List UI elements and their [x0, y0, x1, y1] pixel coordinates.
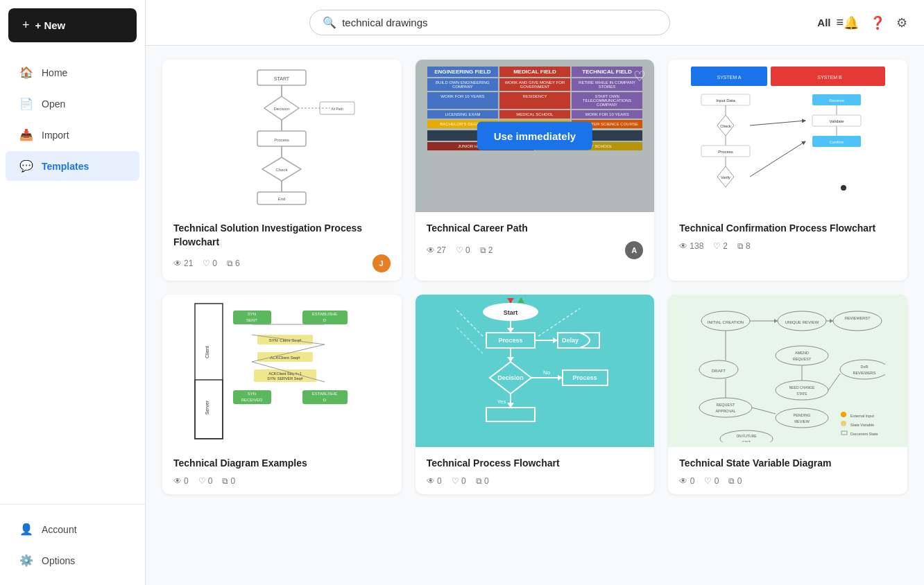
svg-text:REVIEW: REVIEW — [794, 419, 810, 424]
card-thumbnail: Start Process Delay — [416, 295, 655, 447]
svg-text:REQUEST: REQUEST — [716, 403, 735, 407]
svg-text:Input Data: Input Data — [716, 98, 735, 103]
svg-text:Verify: Verify — [721, 175, 730, 180]
svg-marker-85 — [558, 375, 563, 381]
card-thumbnail: ENGINEERING FIELD MEDICAL FIELD TECHNICA… — [416, 60, 655, 212]
svg-marker-90 — [507, 403, 514, 408]
plus-icon: + — [22, 18, 30, 33]
svg-point-121 — [776, 408, 828, 428]
svg-marker-109 — [830, 319, 833, 323]
sidebar-item-label: Open — [42, 98, 65, 110]
svg-text:REVIEWERS?: REVIEWERS? — [845, 316, 870, 320]
sidebar-item-templates[interactable]: 💬 Templates — [6, 151, 139, 181]
card-title: Technical Confirmation Process Flowchart — [679, 222, 896, 236]
filter-bar: All ≡ — [817, 15, 844, 30]
card-title: Technical Career Path — [427, 222, 644, 236]
grid-icon[interactable]: ⚙ — [896, 15, 907, 30]
views-stat: 👁 0 — [679, 476, 694, 486]
svg-rect-43 — [195, 304, 223, 439]
new-button-label: + New — [35, 19, 66, 31]
sidebar-item-home[interactable]: 🏠 Home — [6, 58, 139, 87]
career-rows: BUILD OWN ENGINEERING COMPANY WORK AND G… — [427, 78, 642, 128]
sidebar-item-import[interactable]: 📥 Import — [6, 120, 139, 150]
svg-text:REQUEST: REQUEST — [792, 357, 811, 361]
svg-point-118 — [699, 398, 752, 417]
svg-text:DRAFT: DRAFT — [712, 369, 726, 373]
svg-text:UNIQUE REVIEW: UNIQUE REVIEW — [785, 320, 819, 324]
sidebar-item-account[interactable]: 👤 Account — [6, 514, 139, 544]
sidebar-item-options[interactable]: ⚙️ Options — [6, 545, 139, 575]
main-content: 🔍 All ≡ 🔔 ❓ ⚙ START — [146, 0, 924, 585]
likes-stat: ♡ 0 — [456, 245, 470, 255]
search-input[interactable] — [342, 17, 657, 28]
svg-text:Alt Path: Alt Path — [332, 107, 344, 111]
document-icon: 📄 — [19, 97, 33, 110]
svg-text:SENT: SENT — [246, 318, 257, 322]
card-thumbnail: INITIAL CREATION UNIQUE REVIEW REVIEWERS… — [668, 295, 907, 447]
svg-text:SYN: SYN — [248, 312, 256, 316]
svg-point-115 — [776, 381, 828, 400]
new-button[interactable]: + + New — [8, 8, 137, 42]
svg-text:SYSTEM A: SYSTEM A — [717, 75, 741, 80]
notification-icon[interactable]: 🔔 — [844, 15, 859, 30]
search-bar[interactable]: 🔍 — [309, 10, 670, 35]
svg-point-110 — [776, 346, 828, 365]
card-confirmation[interactable]: SYSTEM A SYSTEM B Input Data Check Proce… — [668, 60, 907, 281]
views-stat: 👁 0 — [173, 476, 189, 486]
header: 🔍 All ≡ 🔔 ❓ ⚙ — [146, 0, 924, 46]
card-title: Technical Process Flowchart — [427, 457, 644, 471]
svg-point-137 — [841, 421, 846, 426]
copies-stat: ⧉ 0 — [476, 476, 489, 486]
svg-line-132 — [752, 408, 776, 414]
copies-stat: ⧉ 0 — [222, 476, 235, 486]
heart-icon[interactable]: ♡ — [633, 68, 646, 85]
svg-text:Document State: Document State — [850, 432, 878, 436]
svg-rect-139 — [841, 431, 847, 435]
card-stats: 👁 0 ♡ 0 ⧉ 0 — [679, 476, 896, 486]
svg-text:AMEND: AMEND — [795, 351, 809, 355]
svg-text:Receive: Receive — [829, 98, 844, 103]
svg-line-41 — [750, 141, 805, 177]
svg-text:Process: Process — [498, 337, 522, 344]
avatar: A — [625, 241, 643, 259]
card-career-path[interactable]: ENGINEERING FIELD MEDICAL FIELD TECHNICA… — [416, 60, 655, 281]
copies-stat: ⧉ 0 — [728, 476, 742, 486]
svg-text:Server: Server — [205, 400, 209, 414]
svg-point-124 — [840, 360, 885, 379]
views-stat: 👁 27 — [427, 245, 446, 255]
sidebar: + + New 🏠 Home 📄 Open 📥 Import 💬 Templat… — [0, 0, 146, 585]
sidebar-item-label: Home — [42, 67, 67, 78]
career-row: BUILD OWN ENGINEERING COMPANY WORK AND G… — [427, 78, 642, 91]
svg-text:ACKClient Seq #+1: ACKClient Seq #+1 — [269, 372, 302, 376]
svg-point-42 — [841, 185, 846, 191]
sidebar-item-open[interactable]: 📄 Open — [6, 89, 139, 119]
svg-text:ON FUTURE: ON FUTURE — [736, 434, 757, 438]
filter-all-label[interactable]: All — [817, 17, 830, 28]
svg-text:Start: Start — [504, 309, 518, 316]
views-stat: 👁 21 — [173, 259, 193, 268]
svg-rect-92 — [486, 408, 535, 421]
use-immediately-button[interactable]: Use immediately — [477, 122, 592, 150]
svg-line-40 — [750, 121, 805, 125]
likes-stat: ♡ 0 — [198, 476, 213, 486]
svg-text:START: START — [274, 76, 290, 81]
card-diagram-examples[interactable]: Client Server SYN SENT ESTABLISHE D SYN:… — [162, 295, 402, 494]
card-technical-solution[interactable]: START Decision Process Check End — [162, 60, 402, 281]
svg-text:PENDING: PENDING — [793, 413, 810, 417]
svg-text:STATE: STATE — [796, 392, 807, 396]
card-info: Technical Diagram Examples 👁 0 ♡ 0 ⧉ 0 — [162, 447, 402, 494]
flowchart-svg: START Decision Process Check End — [198, 63, 365, 209]
card-process-flow[interactable]: Start Process Delay — [416, 295, 655, 494]
home-icon: 🏠 — [19, 66, 33, 79]
career-row: WORK FOR 10 YEARS RESIDENCY START OWN TE… — [427, 92, 642, 109]
card-state-diagram[interactable]: INITIAL CREATION UNIQUE REVIEW REVIEWERS… — [668, 295, 907, 494]
filter-lines-icon[interactable]: ≡ — [836, 15, 844, 30]
help-icon[interactable]: ❓ — [870, 15, 885, 30]
svg-text:Check: Check — [720, 124, 731, 128]
card-title: Technical Diagram Examples — [173, 457, 391, 471]
card-info: Technical Process Flowchart 👁 0 ♡ 0 ⧉ 0 — [416, 447, 655, 494]
svg-text:Yes: Yes — [497, 399, 506, 405]
career-row: LICENSING EXAM MEDICAL SCHOOL WORK FOR 1… — [427, 110, 642, 119]
svg-text:EDIT: EDIT — [742, 440, 750, 442]
svg-point-104 — [833, 311, 882, 331]
